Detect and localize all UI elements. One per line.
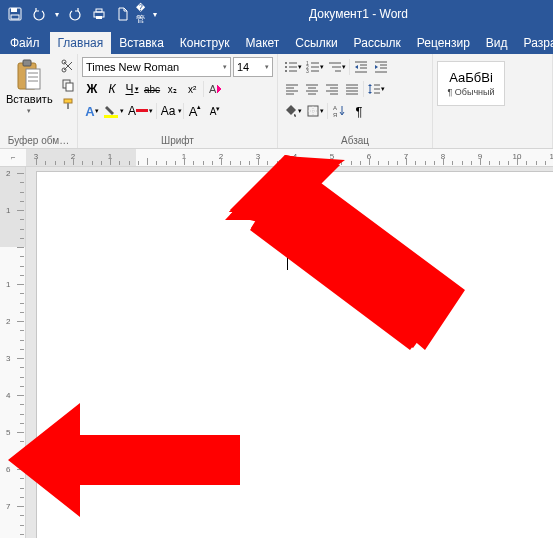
- page-viewport[interactable]: [26, 167, 553, 538]
- tab-view[interactable]: Вид: [478, 32, 516, 54]
- align-right-button[interactable]: [322, 79, 342, 99]
- text-effects-button[interactable]: A▾: [82, 101, 102, 121]
- decrease-indent-button[interactable]: [351, 57, 371, 77]
- dropdown-icon: ▾: [223, 63, 227, 71]
- ribbon: Вставить ▾ Буфер обм… Times New Roman ▾ …: [0, 54, 553, 149]
- font-name-value: Times New Roman: [86, 61, 179, 73]
- styles-label: [437, 144, 548, 148]
- font-color-button[interactable]: A▾: [126, 101, 155, 121]
- strikethrough-button[interactable]: abc: [142, 79, 162, 99]
- svg-point-20: [285, 62, 287, 64]
- style-normal[interactable]: АаБбВі ¶ Обычный: [437, 61, 505, 106]
- save-button[interactable]: [4, 3, 26, 25]
- increase-indent-button[interactable]: [371, 57, 391, 77]
- paragraph-group-label: Абзац: [282, 133, 428, 148]
- svg-text:A: A: [209, 83, 217, 95]
- font-group-label: Шрифт: [82, 133, 273, 148]
- tab-design[interactable]: Конструк: [172, 32, 238, 54]
- svg-rect-17: [67, 103, 69, 109]
- numbering-button[interactable]: 123▾: [304, 57, 326, 77]
- format-painter-button[interactable]: [57, 95, 79, 113]
- tab-insert[interactable]: Вставка: [111, 32, 172, 54]
- new-doc-button[interactable]: [112, 3, 134, 25]
- borders-button[interactable]: ▾: [304, 101, 326, 121]
- style-name-text: ¶ Обычный: [447, 87, 494, 97]
- document-area: ⌐ 3211234567891011 21123456789: [0, 149, 553, 538]
- tab-review[interactable]: Рецензир: [409, 32, 478, 54]
- shrink-font-button[interactable]: A▾: [205, 101, 225, 121]
- dropdown-icon: ▾: [265, 63, 269, 71]
- horizontal-ruler[interactable]: 3211234567891011: [26, 149, 553, 167]
- sort-button[interactable]: AЯ: [329, 101, 349, 121]
- paste-button[interactable]: Вставить ▾: [4, 57, 55, 117]
- redo-button[interactable]: [64, 3, 86, 25]
- justify-button[interactable]: [342, 79, 362, 99]
- svg-text:A: A: [333, 105, 337, 111]
- font-name-combo[interactable]: Times New Roman ▾: [82, 57, 231, 77]
- show-marks-button[interactable]: ¶: [349, 101, 369, 121]
- underline-button[interactable]: Ч▾: [122, 79, 142, 99]
- svg-rect-8: [26, 69, 40, 89]
- svg-rect-5: [96, 16, 102, 19]
- svg-text:3: 3: [306, 68, 309, 74]
- align-center-button[interactable]: [302, 79, 322, 99]
- tab-mailings[interactable]: Рассылк: [346, 32, 409, 54]
- svg-rect-19: [104, 115, 118, 118]
- quick-access-toolbar: ▾ �管 ▾: [0, 3, 164, 25]
- font-size-value: 14: [237, 61, 249, 73]
- title-bar: ▾ �管 ▾ Документ1 - Word: [0, 0, 553, 28]
- undo-more-icon[interactable]: ▾: [52, 3, 62, 25]
- style-preview-text: АаБбВі: [449, 70, 493, 85]
- svg-rect-4: [96, 9, 102, 12]
- svg-text:Я: Я: [333, 112, 337, 118]
- tab-layout[interactable]: Макет: [237, 32, 287, 54]
- subscript-button[interactable]: x₂: [162, 79, 182, 99]
- align-left-button[interactable]: [282, 79, 302, 99]
- ribbon-tabstrip: Файл Главная Вставка Конструк Макет Ссыл…: [0, 28, 553, 54]
- qat-customize-icon[interactable]: �管: [136, 3, 148, 25]
- window-title: Документ1 - Word: [164, 7, 553, 21]
- tab-file[interactable]: Файл: [0, 32, 50, 54]
- ruler-corner[interactable]: ⌐: [0, 149, 26, 167]
- shading-button[interactable]: ▾: [282, 101, 304, 121]
- clipboard-label: Буфер обм…: [4, 133, 73, 148]
- group-font: Times New Roman ▾ 14 ▾ Ж К Ч▾ abc x₂ x² …: [78, 54, 278, 148]
- font-size-combo[interactable]: 14 ▾: [233, 57, 273, 77]
- undo-button[interactable]: [28, 3, 50, 25]
- multilevel-list-button[interactable]: ▾: [326, 57, 348, 77]
- svg-point-24: [285, 70, 287, 72]
- group-styles: АаБбВі ¶ Обычный: [433, 54, 553, 148]
- highlight-button[interactable]: ▾: [102, 101, 126, 121]
- line-spacing-button[interactable]: ▾: [365, 79, 387, 99]
- superscript-button[interactable]: x²: [182, 79, 202, 99]
- text-cursor: [287, 252, 288, 270]
- svg-rect-2: [11, 15, 19, 19]
- vertical-ruler[interactable]: 21123456789: [0, 167, 26, 538]
- tab-home[interactable]: Главная: [50, 32, 112, 54]
- bullets-button[interactable]: ▾: [282, 57, 304, 77]
- paste-label: Вставить: [6, 93, 53, 105]
- quick-print-button[interactable]: [88, 3, 110, 25]
- grow-font-button[interactable]: A▴: [185, 101, 205, 121]
- svg-rect-7: [23, 60, 31, 66]
- qat-more-icon[interactable]: ▾: [150, 3, 160, 25]
- change-case-button[interactable]: Aa: [158, 101, 178, 121]
- svg-point-22: [285, 66, 287, 68]
- cut-button[interactable]: [57, 57, 79, 75]
- clear-formatting-button[interactable]: A: [205, 79, 225, 99]
- svg-rect-16: [64, 99, 72, 103]
- group-clipboard: Вставить ▾ Буфер обм…: [0, 54, 78, 148]
- italic-button[interactable]: К: [102, 79, 122, 99]
- document-page[interactable]: [36, 171, 553, 538]
- group-paragraph: ▾ 123▾ ▾ ▾ ▾ ▾ AЯ ¶: [278, 54, 433, 148]
- svg-rect-1: [11, 8, 17, 12]
- bold-button[interactable]: Ж: [82, 79, 102, 99]
- tab-references[interactable]: Ссылки: [287, 32, 345, 54]
- tab-developer[interactable]: Разработ: [516, 32, 553, 54]
- svg-rect-15: [66, 83, 73, 91]
- copy-button[interactable]: [57, 76, 79, 94]
- paste-dropdown-icon: ▾: [27, 107, 31, 115]
